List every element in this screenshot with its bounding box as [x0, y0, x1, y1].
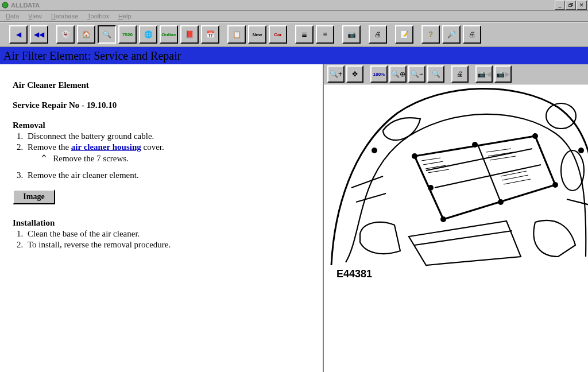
- removal-list: Disconnect the battery ground cable.Remo…: [25, 131, 312, 180]
- menu-data[interactable]: Data: [1, 12, 24, 20]
- svg-point-25: [546, 103, 576, 129]
- image-toolbar: 🔍+✥100%🔍⊕🔍−🔍🖨📷◀📷▶: [324, 64, 588, 84]
- menu-view[interactable]: View: [24, 12, 47, 20]
- zoom-100-icon[interactable]: 100%: [370, 65, 388, 83]
- svg-point-18: [532, 133, 538, 139]
- engine-diagram: [328, 84, 588, 268]
- svg-point-20: [498, 199, 504, 205]
- close-button[interactable]: ✕: [577, 1, 587, 10]
- book-icon[interactable]: 📕: [180, 25, 199, 44]
- removal-step: Remove the air cleaner element.: [25, 170, 312, 180]
- installation-list: Clean the base of the air cleaner.To ins…: [25, 229, 312, 250]
- list-icon[interactable]: ≣: [295, 25, 314, 44]
- svg-point-26: [561, 150, 584, 191]
- svg-point-22: [428, 185, 434, 191]
- menubar: DataViewDatabaseToolboxHelp: [0, 11, 588, 22]
- help-icon[interactable]: ?: [421, 25, 440, 44]
- next-image-icon: 📷▶: [494, 65, 512, 83]
- code-7520-icon[interactable]: 7520: [118, 25, 137, 44]
- svg-point-24: [578, 148, 584, 153]
- removal-heading: Removal: [13, 121, 312, 130]
- minimize-button[interactable]: _: [555, 1, 565, 10]
- print-image-icon[interactable]: 🖨: [451, 65, 469, 83]
- main-toolbar: ◀◀◀👻🏠🔍7520🌐Online📕📅📋NewCar≣≡📷🖨📝?🔎🖨: [0, 22, 588, 47]
- car-icon[interactable]: Car: [269, 25, 287, 44]
- zoom-dim-icon: 🔍: [427, 65, 444, 83]
- diagram-label: E44381: [336, 268, 372, 280]
- back-icon[interactable]: ◀: [9, 25, 28, 44]
- app-icon: [1, 1, 9, 9]
- zoom-in-icon[interactable]: 🔍+: [327, 65, 345, 83]
- removal-step: Disconnect the battery ground cable.: [25, 131, 312, 141]
- menu-database[interactable]: Database: [47, 12, 83, 20]
- service-repair-no: Service Repair No - 19.10.10: [13, 100, 312, 110]
- calendar-icon[interactable]: 📅: [201, 25, 219, 44]
- page-title: Air Filter Element: Service and Repair: [0, 47, 588, 64]
- note-icon[interactable]: 📝: [395, 25, 413, 44]
- pan-icon[interactable]: ✥: [346, 65, 363, 83]
- removal-substep: ^ Remove the 7 screws.: [41, 153, 312, 164]
- zoom-find-icon[interactable]: 🔎: [442, 25, 461, 44]
- zoom-out-icon[interactable]: 🔍−: [408, 65, 425, 83]
- content-area: Air Cleaner Element Service Repair No - …: [0, 64, 588, 372]
- installation-heading: Installation: [13, 218, 312, 228]
- svg-point-19: [552, 182, 558, 188]
- diagram-area[interactable]: E44381: [324, 84, 588, 372]
- svg-line-29: [356, 193, 386, 202]
- search-icon[interactable]: 🔍: [98, 25, 116, 44]
- article-heading: Air Cleaner Element: [13, 80, 312, 90]
- svg-point-17: [472, 142, 478, 148]
- titlebar: ALLDATA _ 🗗 ✕: [0, 0, 588, 11]
- clipboard-icon[interactable]: 📋: [227, 25, 246, 44]
- window-title: ALLDATA: [11, 2, 555, 9]
- align-icon[interactable]: ≡: [316, 25, 334, 44]
- print2-icon[interactable]: 🖨: [463, 25, 481, 44]
- svg-point-16: [412, 153, 417, 159]
- ghost-icon[interactable]: 👻: [56, 25, 75, 44]
- svg-point-21: [440, 216, 446, 222]
- online-icon[interactable]: Online: [160, 25, 178, 44]
- svg-line-28: [351, 176, 383, 188]
- svg-point-0: [2, 2, 8, 8]
- install-step: Clean the base of the air cleaner.: [25, 229, 312, 239]
- restore-button[interactable]: 🗗: [566, 1, 576, 10]
- link-air-cleaner-housing[interactable]: air cleaner housing: [71, 142, 141, 152]
- print-icon[interactable]: 🖨: [369, 25, 387, 44]
- image-pane: 🔍+✥100%🔍⊕🔍−🔍🖨📷◀📷▶: [323, 64, 588, 372]
- install-step: To install, reverse the removal procedur…: [25, 240, 312, 250]
- new-car-icon[interactable]: New: [248, 25, 266, 44]
- home-icon[interactable]: 🏠: [77, 25, 95, 44]
- menu-help[interactable]: Help: [114, 12, 136, 20]
- removal-step: Remove the air cleaner housing cover.: [25, 142, 312, 152]
- article-pane: Air Cleaner Element Service Repair No - …: [0, 64, 323, 372]
- prev-image-icon: 📷◀: [475, 65, 493, 83]
- svg-point-23: [372, 148, 377, 153]
- image-button[interactable]: Image: [13, 189, 55, 204]
- rewind-icon[interactable]: ◀◀: [30, 25, 48, 44]
- camera-icon[interactable]: 📷: [342, 25, 361, 44]
- menu-toolbox[interactable]: Toolbox: [83, 12, 114, 20]
- globe-icon[interactable]: 🌐: [139, 25, 157, 44]
- zoom-fit-icon[interactable]: 🔍⊕: [389, 65, 407, 83]
